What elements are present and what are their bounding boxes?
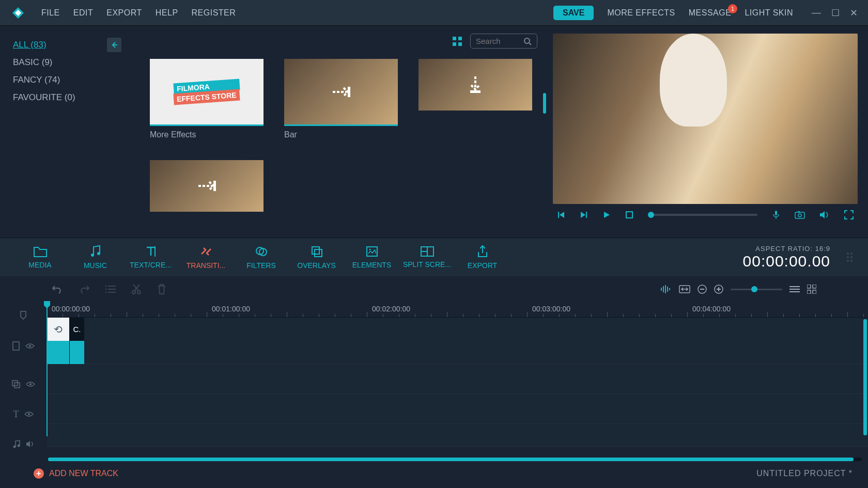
svg-marker-12 — [560, 212, 564, 218]
cut-icon[interactable] — [131, 284, 142, 295]
clip-2[interactable]: C. — [70, 318, 84, 364]
volume-icon[interactable] — [819, 211, 830, 219]
track-head-audio[interactable] — [0, 429, 47, 459]
text-track[interactable] — [47, 394, 868, 424]
redo-icon[interactable] — [79, 284, 90, 294]
trash-icon[interactable] — [157, 284, 166, 295]
plus-icon: + — [34, 468, 44, 479]
more-effects-link[interactable]: MORE EFFECTS — [607, 8, 675, 18]
add-track-button[interactable]: + ADD NEW TRACK — [34, 468, 118, 479]
audio-track[interactable] — [47, 424, 868, 447]
grid-4-icon[interactable] — [807, 285, 816, 294]
svg-point-66 — [29, 383, 32, 385]
clip-1[interactable]: ⟲ — [47, 318, 70, 364]
track-head-video[interactable] — [0, 323, 47, 369]
video-track[interactable]: ⟲ C. — [47, 318, 868, 364]
light-skin-link[interactable]: LIGHT SKIN — [745, 8, 793, 18]
menu-export[interactable]: EXPORT — [106, 8, 142, 18]
tab-splitscreen[interactable]: SPLIT SCRE... — [402, 246, 452, 269]
tab-text[interactable]: TEXT/CRE... — [126, 245, 175, 269]
stop-icon[interactable] — [625, 211, 633, 219]
sidebar-item-fancy[interactable]: FANCY (74) — [13, 71, 121, 89]
search-box[interactable] — [470, 34, 537, 49]
tab-overlays[interactable]: OVERLAYS — [292, 245, 341, 270]
zoom-out-icon[interactable] — [698, 285, 707, 294]
save-button[interactable]: SAVE — [553, 6, 594, 20]
tracks-area[interactable]: 00:00:00:00 00:01:00:00 00:02:00:00 00:0… — [47, 302, 868, 462]
tab-transition[interactable]: TRANSITI... — [181, 245, 230, 270]
close-icon[interactable]: ✕ — [850, 7, 858, 19]
tab-media[interactable]: MEDIA — [16, 245, 65, 269]
zoom-slider[interactable] — [731, 289, 782, 290]
maximize-icon[interactable]: ☐ — [831, 7, 840, 19]
search-input[interactable] — [476, 37, 517, 45]
progress-bar[interactable] — [648, 214, 757, 216]
overlays-icon — [310, 245, 323, 258]
eye-icon[interactable] — [24, 411, 34, 417]
thumb-item-3[interactable] — [419, 59, 532, 139]
menu-register[interactable]: REGISTER — [192, 8, 236, 18]
thumb-item-4[interactable] — [150, 160, 264, 212]
camera-icon[interactable] — [795, 211, 805, 219]
timeline-v-scrollbar[interactable] — [863, 319, 867, 435]
grid-view-icon[interactable] — [452, 36, 462, 46]
text-track-icon: T — [13, 409, 19, 420]
timeline-h-scrollbar[interactable] — [48, 458, 862, 461]
tab-label: OVERLAYS — [297, 261, 335, 270]
thumb-more-effects[interactable]: FILMORA EFFECTS STORE More Effects — [150, 59, 264, 139]
speaker-icon[interactable] — [26, 440, 34, 448]
eye-icon[interactable] — [26, 381, 35, 387]
play-icon[interactable] — [602, 211, 611, 219]
playhead[interactable] — [47, 302, 48, 436]
svg-line-7 — [529, 43, 531, 45]
minimize-icon[interactable]: — — [812, 7, 821, 19]
fit-icon[interactable] — [679, 285, 690, 293]
drag-handle-icon[interactable] — [847, 253, 853, 262]
menu-lines-icon[interactable] — [789, 286, 800, 293]
mic-icon[interactable] — [772, 210, 780, 219]
browser-scrollbar[interactable] — [543, 93, 546, 114]
back-button[interactable] — [107, 38, 121, 52]
next-frame-icon[interactable] — [580, 211, 588, 219]
svg-rect-11 — [558, 212, 559, 218]
preview-video[interactable] — [553, 34, 858, 204]
undo-icon[interactable] — [52, 284, 63, 294]
track-head-overlay[interactable] — [0, 369, 47, 399]
svg-point-22 — [91, 254, 94, 257]
svg-point-63 — [29, 345, 31, 347]
menu-file[interactable]: FILE — [41, 8, 60, 18]
footer: + ADD NEW TRACK UNTITLED PROJECT * — [0, 462, 868, 485]
sidebar-item-favourite[interactable]: FAVOURITE (0) — [13, 89, 121, 106]
zoom-in-icon[interactable] — [714, 285, 723, 294]
eye-icon[interactable] — [25, 343, 35, 349]
thumb-label: More Effects — [150, 126, 264, 139]
thumb-bar[interactable]: Bar — [284, 59, 398, 139]
message-link[interactable]: MESSAGE 1 — [689, 8, 732, 18]
svg-point-67 — [28, 413, 30, 415]
overlay-track[interactable] — [47, 364, 868, 394]
time-ruler[interactable]: 00:00:00:00 00:01:00:00 00:02:00:00 00:0… — [47, 302, 868, 318]
tab-music[interactable]: MUSIC — [71, 245, 120, 270]
ruler-mark: 00:01:00:00 — [212, 305, 250, 313]
marker-icon[interactable] — [20, 310, 27, 320]
tab-export[interactable]: EXPORT — [458, 245, 507, 270]
effects-browser: FILMORA EFFECTS STORE More Effects Bar — [134, 26, 548, 238]
sidebar-item-all[interactable]: ALL (83) — [13, 36, 47, 54]
svg-rect-16 — [626, 212, 632, 218]
tab-filters[interactable]: FILTERS — [237, 245, 286, 270]
svg-rect-17 — [775, 211, 777, 215]
tab-elements[interactable]: ELEMENTS — [347, 245, 396, 269]
track-head-text[interactable]: T — [0, 399, 47, 429]
audio-wave-icon[interactable] — [660, 285, 672, 294]
list-icon[interactable] — [105, 285, 116, 293]
menu-edit[interactable]: EDIT — [73, 8, 93, 18]
sidebar-item-basic[interactable]: BASIC (9) — [13, 54, 121, 71]
clip-audio — [70, 341, 84, 364]
ruler-mark: 00:02:00:00 — [372, 305, 410, 313]
svg-point-23 — [97, 252, 100, 255]
fullscreen-icon[interactable] — [844, 210, 854, 219]
menu-help[interactable]: HELP — [156, 8, 178, 18]
svg-rect-10 — [213, 181, 216, 191]
search-icon[interactable] — [523, 37, 532, 45]
prev-frame-icon[interactable] — [557, 211, 565, 219]
